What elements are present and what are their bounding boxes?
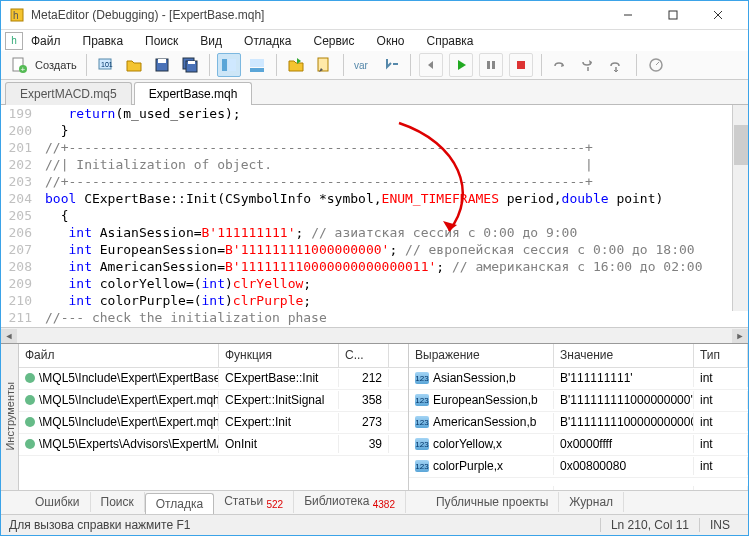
line-number: 201 xyxy=(1,140,39,155)
toolbar: + Создать 101 var xyxy=(1,51,748,80)
code-line[interactable]: 206 int AsianSession=B'111111111'; // аз… xyxy=(1,224,748,241)
step-over-button[interactable] xyxy=(549,53,573,77)
watch-panel: Выражение Значение Тип 123AsianSession,b… xyxy=(409,344,748,490)
pause-debug-button[interactable] xyxy=(479,53,503,77)
step-out-button[interactable] xyxy=(605,53,629,77)
code-line[interactable]: 211//--- check the initialization phase xyxy=(1,309,748,326)
stack-head-func[interactable]: Функция xyxy=(219,344,339,367)
watch-row[interactable]: 123AmericanSession,bB'111111110000000000… xyxy=(409,412,748,434)
editor-hscrollbar[interactable]: ◄ ► xyxy=(1,327,748,342)
menu-window[interactable]: Окно xyxy=(367,32,415,50)
btab-errors[interactable]: Ошибки xyxy=(25,492,91,512)
menu-service[interactable]: Сервис xyxy=(303,32,364,50)
svg-rect-24 xyxy=(517,61,525,69)
var-icon: 123 xyxy=(415,460,429,472)
watch-head-expr[interactable]: Выражение xyxy=(409,344,554,367)
btab-articles[interactable]: Статьи 522 xyxy=(214,491,294,513)
compile-button[interactable]: 101 xyxy=(94,53,118,77)
stack-frame-icon xyxy=(25,439,35,449)
svg-rect-19 xyxy=(250,68,264,72)
menu-debug[interactable]: Отладка xyxy=(234,32,301,50)
btab-public[interactable]: Публичные проекты xyxy=(426,492,559,512)
code-line[interactable]: 199 return(m_used_series); xyxy=(1,105,748,122)
menu-file[interactable]: Файл xyxy=(25,32,71,50)
start-debug-button[interactable] xyxy=(449,53,473,77)
code-line[interactable]: 208 int AmericanSession=B'11111111000000… xyxy=(1,258,748,275)
status-pos: Ln 210, Col 11 xyxy=(600,518,699,532)
code-line[interactable]: 201//+----------------------------------… xyxy=(1,139,748,156)
code-line[interactable]: 203//+----------------------------------… xyxy=(1,173,748,190)
watch-row[interactable]: 123colorYellow,x0x0000ffffint xyxy=(409,434,748,456)
stack-row[interactable]: \MQL5\Include\Expert\ExpertBase...CExper… xyxy=(19,368,408,390)
svg-text:101: 101 xyxy=(101,61,113,68)
app-icon: h xyxy=(9,7,25,23)
editor-vscrollbar[interactable] xyxy=(732,105,748,311)
menu-view[interactable]: Вид xyxy=(190,32,232,50)
code-line[interactable]: 207 int EuropeanSession=B'11111111100000… xyxy=(1,241,748,258)
watch-row[interactable]: 123colorPurple,x0x00800080int xyxy=(409,456,748,478)
svg-rect-3 xyxy=(669,11,677,19)
save-button[interactable] xyxy=(150,53,174,77)
profile-button[interactable] xyxy=(644,53,668,77)
stack-row[interactable]: \MQL5\Experts\Advisors\ExpertMA...OnInit… xyxy=(19,434,408,456)
code-line[interactable]: 210 int colorPurple=(int)clrPurple; xyxy=(1,292,748,309)
line-number: 205 xyxy=(1,208,39,223)
save-all-button[interactable] xyxy=(178,53,202,77)
line-number: 207 xyxy=(1,242,39,257)
line-number: 200 xyxy=(1,123,39,138)
menu-search[interactable]: Поиск xyxy=(135,32,188,50)
scroll-right-icon[interactable]: ► xyxy=(732,329,748,343)
tab-expertbase[interactable]: ExpertBase.mqh xyxy=(134,82,253,105)
watch-head-type[interactable]: Тип xyxy=(694,344,748,367)
open-button[interactable] xyxy=(122,53,146,77)
restore-doc-icon[interactable]: h xyxy=(5,32,23,50)
var-button[interactable]: var xyxy=(351,53,375,77)
call-stack-panel: Файл Функция С... \MQL5\Include\Expert\E… xyxy=(19,344,409,490)
step-in-button[interactable] xyxy=(577,53,601,77)
navigator-toggle[interactable] xyxy=(217,53,241,77)
menu-edit[interactable]: Правка xyxy=(73,32,134,50)
file-tabs: ExpertMACD.mq5 ExpertBase.mqh xyxy=(1,80,748,105)
watch-row[interactable]: 123AsianSession,bB'111111111'int xyxy=(409,368,748,390)
watch-head-val[interactable]: Значение xyxy=(554,344,694,367)
window-title: MetaEditor (Debugging) - [ExpertBase.mqh… xyxy=(31,8,605,22)
minimize-button[interactable] xyxy=(605,1,650,29)
line-number: 204 xyxy=(1,191,39,206)
code-editor[interactable]: 199 return(m_used_series);200 }201//+---… xyxy=(1,105,748,327)
code-line[interactable]: 200 } xyxy=(1,122,748,139)
stack-head-line[interactable]: С... xyxy=(339,344,389,367)
btab-lib[interactable]: Библиотека 4382 xyxy=(294,491,406,513)
btab-debug[interactable]: Отладка xyxy=(145,493,214,514)
toolbox-sidebar[interactable]: Инструменты xyxy=(1,344,19,490)
btab-journal[interactable]: Журнал xyxy=(559,492,624,512)
watch-row[interactable]: 123EuropeanSession,bB'111111111000000000… xyxy=(409,390,748,412)
btab-search[interactable]: Поиск xyxy=(91,492,145,512)
svg-rect-20 xyxy=(318,58,328,71)
new-label[interactable]: Создать xyxy=(35,59,77,71)
code-line[interactable]: 204bool CExpertBase::Init(CSymbolInfo *s… xyxy=(1,190,748,207)
maximize-button[interactable] xyxy=(650,1,695,29)
stack-row[interactable]: \MQL5\Include\Expert\Expert.mqhCExpert::… xyxy=(19,390,408,412)
step-into-button[interactable] xyxy=(379,53,403,77)
code-line[interactable]: 202//| Initialization of object. | xyxy=(1,156,748,173)
stack-head-file[interactable]: Файл xyxy=(19,344,219,367)
close-button[interactable] xyxy=(695,1,740,29)
var-icon: 123 xyxy=(415,394,429,406)
code-line[interactable]: 209 int colorYellow=(int)clrYellow; xyxy=(1,275,748,292)
titlebar: h MetaEditor (Debugging) - [ExpertBase.m… xyxy=(1,1,748,30)
stack-row[interactable]: \MQL5\Include\Expert\Expert.mqhCExpert::… xyxy=(19,412,408,434)
terminal-button[interactable] xyxy=(284,53,308,77)
stop-debug-button[interactable] xyxy=(509,53,533,77)
styler-button[interactable] xyxy=(312,53,336,77)
new-button[interactable]: + xyxy=(7,53,31,77)
scroll-left-icon[interactable]: ◄ xyxy=(1,329,17,343)
tab-expertmacd[interactable]: ExpertMACD.mq5 xyxy=(5,82,132,105)
toolbox-toggle[interactable] xyxy=(245,53,269,77)
menu-help[interactable]: Справка xyxy=(416,32,483,50)
svg-rect-23 xyxy=(492,61,495,69)
watch-row-empty[interactable] xyxy=(409,478,748,490)
line-number: 211 xyxy=(1,310,39,325)
debug-back-button[interactable] xyxy=(419,53,443,77)
line-number: 202 xyxy=(1,157,39,172)
code-line[interactable]: 205 { xyxy=(1,207,748,224)
